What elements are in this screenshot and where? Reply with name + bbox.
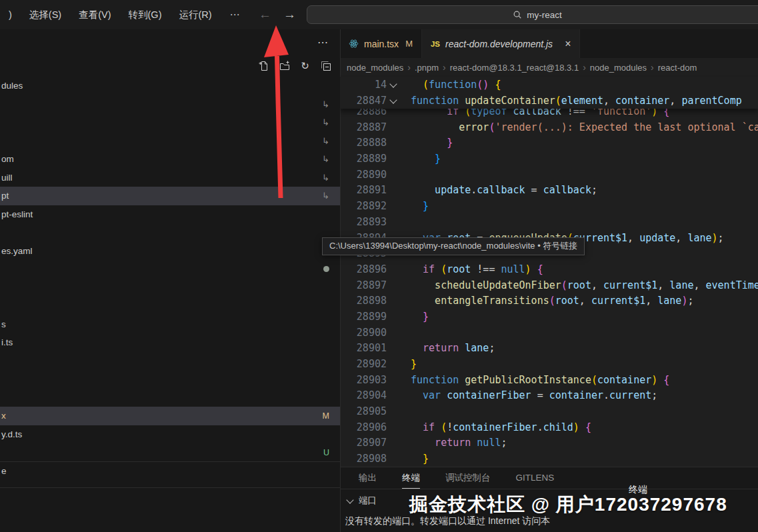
breadcrumb-item[interactable]: .pnpm xyxy=(415,63,439,73)
code-text: update.callback = callback; xyxy=(411,183,597,199)
tab-react-dom-development-js[interactable]: JS react-dom.development.js × xyxy=(422,29,581,58)
token: ; xyxy=(718,232,724,244)
token: { xyxy=(663,374,669,386)
explorer-toolbar: ↻ xyxy=(258,60,331,71)
tree-row[interactable]: e xyxy=(0,462,340,481)
chevron-down-icon xyxy=(389,96,397,103)
line-number: 28896 xyxy=(340,262,387,278)
tree-row[interactable]: uill↳ xyxy=(0,169,340,187)
tree-row[interactable] xyxy=(0,370,340,389)
token: } xyxy=(411,358,417,370)
tree-row[interactable] xyxy=(0,260,340,279)
command-center-search[interactable]: my-react xyxy=(307,5,758,24)
menu-item[interactable]: 查看(V) xyxy=(70,9,119,21)
code-text: return lane; xyxy=(411,341,495,357)
line-number: 28890 xyxy=(340,167,387,183)
panel-tab-GITLENS[interactable]: GITLENS xyxy=(516,467,555,489)
token: element xyxy=(561,95,603,107)
vscode-window: )选择(S)查看(V)转到(G)运行(R) ⋯ ← → my-react ⋯ ↻… xyxy=(0,0,758,532)
editor-tab-bar: main.tsx M JS react-dom.development.js × xyxy=(340,29,758,58)
panel-tab-调试控制台[interactable]: 调试控制台 xyxy=(445,467,491,489)
tree-row[interactable] xyxy=(0,297,340,315)
line-number: 28847 xyxy=(340,93,387,109)
tree-row[interactable] xyxy=(0,389,340,407)
ports-label: 端口 xyxy=(359,495,377,507)
panel-tabs: 输出终端调试控制台GITLENS xyxy=(340,467,758,489)
token: return xyxy=(435,437,477,449)
new-file-icon[interactable] xyxy=(258,60,269,71)
fold-chevron[interactable] xyxy=(387,77,400,93)
search-value: my-react xyxy=(527,10,562,20)
menu-item[interactable]: 选择(S) xyxy=(21,9,70,21)
breadcrumb-item[interactable]: react-dom@18.3.1_react@18.3.1 xyxy=(450,63,579,73)
tree-row[interactable]: i.ts xyxy=(0,333,340,352)
token: } xyxy=(447,137,453,149)
menu-item[interactable]: ) xyxy=(0,9,21,20)
tree-row[interactable]: ↳ xyxy=(0,132,340,151)
code-text: var containerFiber = container.current; xyxy=(411,388,657,404)
line-number: 28906 xyxy=(340,420,387,436)
token: root xyxy=(555,295,579,307)
ports-section-header[interactable]: 端口 xyxy=(340,489,758,511)
tree-row[interactable]: xM xyxy=(0,407,340,425)
tree-row[interactable]: ↳ xyxy=(0,95,340,114)
line-number: 28902 xyxy=(340,357,387,373)
token: ( xyxy=(549,295,555,307)
refresh-icon[interactable]: ↻ xyxy=(299,60,311,71)
git-badge: U xyxy=(323,448,329,457)
tree-row[interactable]: om↳ xyxy=(0,150,340,169)
explorer-more-actions-icon[interactable]: ⋯ xyxy=(317,36,329,49)
close-icon[interactable]: × xyxy=(565,38,571,50)
tree-row[interactable] xyxy=(0,352,340,371)
tree-row[interactable]: pt↳ xyxy=(0,187,340,205)
token: error xyxy=(459,121,489,133)
token: } xyxy=(423,311,429,323)
code-line: 28893 xyxy=(340,215,758,231)
symlink-icon: ↳ xyxy=(322,99,329,109)
token: return xyxy=(423,342,465,354)
line-number: 28889 xyxy=(340,151,387,167)
menu-item[interactable]: 运行(R) xyxy=(170,9,220,21)
panel-tab-输出[interactable]: 输出 xyxy=(359,467,377,489)
line-number: 28888 xyxy=(340,135,387,151)
tree-row[interactable]: pt-eslint xyxy=(0,205,340,224)
fold-chevron[interactable] xyxy=(387,93,400,109)
token: current$1 xyxy=(603,279,657,291)
tree-row[interactable]: ↳ xyxy=(0,113,340,132)
code-text: if (!containerFiber.child) { xyxy=(411,420,591,436)
breadcrumb-item[interactable]: node_modules xyxy=(347,63,403,73)
token: ( xyxy=(561,279,567,291)
code-line: 28906if (!containerFiber.child) { xyxy=(340,420,758,436)
tab-main-tsx[interactable]: main.tsx M xyxy=(340,29,422,58)
menu-item[interactable]: 转到(G) xyxy=(120,9,171,21)
tree-row[interactable]: s xyxy=(0,315,340,334)
tree-row[interactable]: es.yaml xyxy=(0,242,340,261)
tree-row[interactable]: y.d.ts xyxy=(0,425,340,444)
token: if xyxy=(423,263,441,275)
collapse-all-icon[interactable] xyxy=(320,60,331,71)
breadcrumb-item[interactable]: react-dom xyxy=(658,63,697,73)
token: { xyxy=(585,421,591,433)
panel-tab-终端[interactable]: 终端 xyxy=(402,467,420,489)
tree-row[interactable] xyxy=(0,223,340,242)
modified-dot xyxy=(323,266,329,272)
bottom-panel: 输出终端调试控制台GITLENS 端口 没有转发的端口。转发端口以通过 Inte… xyxy=(340,467,758,532)
token: } xyxy=(423,453,429,465)
new-folder-icon[interactable] xyxy=(279,60,290,71)
tree-row[interactable]: U xyxy=(0,443,340,462)
token: = xyxy=(531,389,549,401)
js-file-icon: JS xyxy=(431,40,440,48)
forward-arrow-icon[interactable]: → xyxy=(283,7,296,22)
token: null xyxy=(501,263,525,275)
menu-overflow-icon[interactable]: ⋯ xyxy=(221,9,251,21)
tree-row[interactable]: dules xyxy=(0,77,340,95)
tree-row[interactable] xyxy=(0,279,340,297)
tree-label: uill xyxy=(1,173,13,183)
back-arrow-icon[interactable]: ← xyxy=(259,7,271,22)
code-line: 28889} xyxy=(340,151,758,167)
token: } xyxy=(435,153,441,165)
token: ; xyxy=(651,389,657,401)
breadcrumb-item[interactable]: node_modules xyxy=(590,63,647,73)
code-area[interactable]: 28886if (typeof callback !== 'function')… xyxy=(340,104,758,467)
symlink-icon: ↳ xyxy=(322,173,329,183)
